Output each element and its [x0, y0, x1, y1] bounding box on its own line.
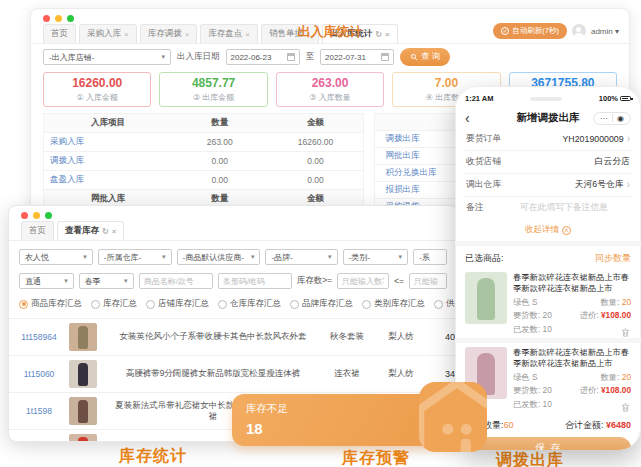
out-item-link[interactable]: 报损出库: [375, 184, 419, 196]
search-icon: [410, 53, 418, 61]
field-label: 备注: [466, 202, 516, 214]
close-tab-icon[interactable]: ×: [112, 227, 117, 236]
product-code-link[interactable]: 1t1598: [9, 406, 69, 416]
select-value: 衣人悦: [25, 252, 49, 263]
out-item-link[interactable]: 积分兑换出库: [375, 167, 436, 179]
store-select[interactable]: -出入库店铺-▾: [43, 49, 171, 65]
maximize-window-icon[interactable]: [67, 15, 74, 22]
in-item-link[interactable]: 调拨入库: [44, 155, 172, 167]
radio-brand-summary[interactable]: 品牌库存汇总: [290, 298, 353, 310]
in-item-link[interactable]: 采购入库: [44, 136, 172, 148]
target-icon[interactable]: ◉: [617, 114, 624, 123]
form-row-remark[interactable]: 备注可在此填写下备注信息: [465, 197, 631, 219]
caption-stock-stats: 库存统计: [119, 446, 187, 467]
avatar: [572, 24, 586, 38]
delete-goods-button[interactable]: [620, 327, 631, 338]
tab-home[interactable]: 首页: [21, 221, 54, 240]
column-header: 网批入库: [44, 193, 172, 205]
refresh-icon[interactable]: ↻: [102, 227, 109, 236]
refresh-icon[interactable]: ↻: [375, 30, 382, 39]
tab-stock-check[interactable]: 库存盘点×: [200, 24, 258, 43]
sku-label: 绿色 S: [513, 297, 537, 308]
tab-view-stock[interactable]: 查看库存↻×: [57, 221, 124, 240]
window-controls[interactable]: [9, 206, 457, 219]
out-item-link[interactable]: 调拨出库: [375, 133, 419, 145]
shop-select[interactable]: 衣人悦▾: [19, 249, 93, 265]
window-controls[interactable]: [31, 9, 629, 22]
field-label: 调出仓库: [466, 179, 516, 191]
close-tab-icon[interactable]: ×: [124, 30, 129, 39]
category-select[interactable]: -类别-▾: [343, 249, 408, 265]
stock-min-input[interactable]: [337, 273, 389, 289]
radio-category-summary[interactable]: 类别库存汇总: [362, 298, 425, 310]
circled-number-icon: ④: [426, 93, 433, 102]
close-window-icon[interactable]: [21, 212, 28, 219]
close-tab-icon[interactable]: ×: [385, 30, 390, 39]
radio-shop-summary[interactable]: 店铺库存汇总: [146, 298, 209, 310]
user-menu[interactable]: admin ▾: [591, 27, 619, 36]
table-row: 调拨入库0.000.00: [44, 152, 363, 171]
tab-purchase-in[interactable]: 采购入库×: [79, 24, 137, 43]
select-value: 春季: [85, 276, 101, 287]
tab-stock-transfer[interactable]: 库存调拨×: [140, 24, 198, 43]
amount-cell: 16260.00: [268, 137, 364, 147]
season-select[interactable]: 春季▾: [79, 273, 134, 289]
out-item-link[interactable]: 网批出库: [375, 150, 419, 162]
in-items-table: 入库项目数量金额 采购入库263.0016260.00 调拨入库0.000.00…: [43, 113, 364, 220]
more-icon[interactable]: ···: [600, 114, 608, 123]
column-header: 金额: [268, 117, 364, 129]
delete-goods-button[interactable]: [620, 402, 631, 413]
in-item-link[interactable]: 盘盈入库: [44, 174, 172, 186]
metric-value: 263.00: [277, 76, 383, 90]
product-name-input[interactable]: [139, 273, 213, 289]
category-cell: 秋冬套装: [319, 331, 375, 343]
minimize-window-icon[interactable]: [55, 15, 62, 22]
collapse-details-link[interactable]: 收起详情∧: [465, 219, 631, 241]
metric-label: 入库数量: [319, 93, 351, 102]
close-tab-icon[interactable]: ×: [245, 30, 250, 39]
product-code-link[interactable]: 1t158964: [9, 332, 69, 342]
radio-supplier-summary[interactable]: 供应商库存汇总: [434, 298, 457, 310]
brand-watermark: [419, 382, 487, 452]
requested-label: 要货数:: [513, 385, 540, 395]
form-row-shop[interactable]: 收货店铺白云分店: [465, 151, 631, 174]
auto-refresh-button[interactable]: ✓自动刷新(7秒): [493, 23, 567, 39]
sync-qty-link[interactable]: 同步数量: [595, 252, 631, 265]
metric-value: 16260.00: [44, 76, 150, 90]
brand-select[interactable]: -品牌-▾: [265, 249, 337, 265]
warehouse-select[interactable]: -所属仓库-▾: [98, 249, 172, 265]
radio-product-summary[interactable]: 商品库存汇总: [19, 298, 82, 310]
minimize-window-icon[interactable]: [33, 212, 40, 219]
close-window-icon[interactable]: [43, 15, 50, 22]
radio-stock-summary[interactable]: 库存汇总: [91, 298, 137, 310]
house-logo-icon: [419, 382, 487, 452]
goods-card: 春季新款碎花连衣裙新品上市春季新款碎花连衣裙新品上市 绿色 S数量: 20 要货…: [465, 268, 631, 338]
product-code-link[interactable]: 1t15060: [9, 369, 69, 379]
radio-label: 品牌库存汇总: [302, 298, 353, 310]
stock-max-input[interactable]: [409, 273, 447, 289]
supplier-select[interactable]: -商品默认供应商-▾: [177, 249, 261, 265]
channel-select[interactable]: 直通▾: [19, 273, 74, 289]
radio-icon: [91, 300, 100, 309]
series-select[interactable]: -系: [413, 249, 447, 265]
back-icon[interactable]: ‹: [465, 111, 470, 125]
miniprogram-capsule[interactable]: ···◉: [593, 112, 631, 125]
auto-refresh-label: 自动刷新(7秒): [512, 26, 559, 36]
speaker-icon: [530, 97, 562, 101]
search-button[interactable]: 查 询: [400, 48, 450, 66]
radio-warehouse-summary[interactable]: 仓库库存汇总: [218, 298, 281, 310]
date-to-input[interactable]: 2022-07-31: [320, 49, 394, 65]
chevron-down-icon: ▾: [398, 253, 402, 261]
close-tab-icon[interactable]: ×: [185, 30, 190, 39]
barcode-input[interactable]: [218, 273, 292, 289]
date-from-input[interactable]: 2022-06-23: [226, 49, 300, 65]
phone-status-bar: 1:21 AM 100%: [465, 94, 631, 103]
form-row-warehouse[interactable]: 调出仓库天河6号仓库›: [465, 174, 631, 197]
price-value: ¥108.00: [601, 385, 631, 395]
tab-home[interactable]: 首页: [43, 24, 76, 43]
save-button[interactable]: 保存: [465, 437, 631, 450]
maximize-window-icon[interactable]: [45, 212, 52, 219]
form-row-order[interactable]: 要货订单YH2019000009›: [465, 128, 631, 151]
date-range-label: 出入库日期: [177, 51, 220, 63]
total-qty-value: 60: [504, 420, 514, 430]
